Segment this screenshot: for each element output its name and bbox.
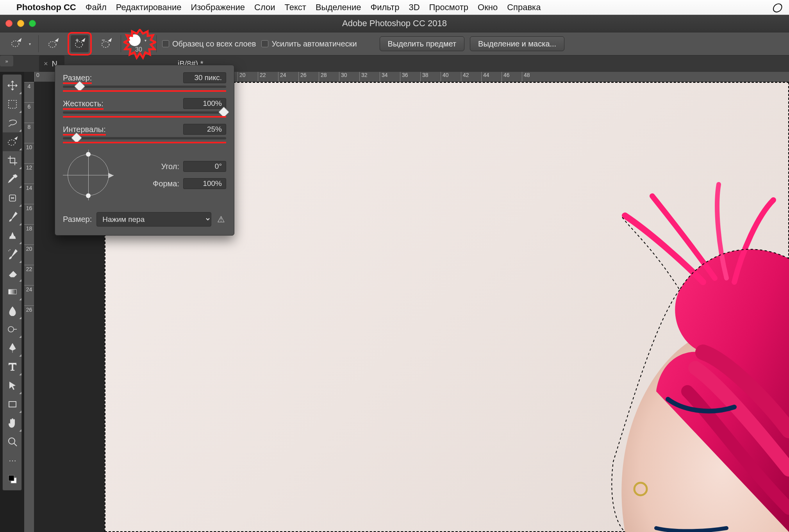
menu-view[interactable]: Просмотр: [429, 2, 468, 12]
expand-panels-button[interactable]: »: [0, 55, 13, 66]
ruler-tick: 24: [278, 72, 298, 82]
menu-select[interactable]: Выделение: [316, 2, 361, 12]
crop-tool[interactable]: [3, 151, 22, 170]
add-to-selection-mode[interactable]: [71, 35, 89, 52]
svg-rect-14: [9, 475, 14, 481]
checkbox-label: Образец со всех слоев: [172, 39, 256, 48]
menu-image[interactable]: Изображение: [191, 2, 245, 12]
gradient-tool[interactable]: [3, 282, 22, 301]
menu-text[interactable]: Текст: [285, 2, 306, 12]
blur-tool[interactable]: [3, 301, 22, 320]
quick-selection-tool[interactable]: [3, 132, 22, 151]
hand-tool[interactable]: [3, 414, 22, 432]
ruler-tick: 4: [24, 82, 34, 102]
size-slider[interactable]: [63, 86, 226, 88]
app-name[interactable]: Photoshop CC: [16, 2, 76, 12]
healing-brush-tool[interactable]: [3, 189, 22, 207]
ruler-tick: 24: [24, 285, 34, 305]
ruler-tick: 20: [24, 245, 34, 265]
warning-icon: ⚠: [216, 214, 226, 225]
close-window-button[interactable]: [5, 20, 12, 27]
ruler-tick: 6: [24, 102, 34, 123]
path-selection-tool[interactable]: [3, 376, 22, 395]
window-title: Adobe Photoshop CC 2018: [0, 18, 789, 29]
menu-3d[interactable]: 3D: [409, 2, 419, 12]
svg-point-7: [8, 140, 15, 145]
toolbar-more[interactable]: ⋯: [3, 451, 22, 470]
svg-point-1: [49, 41, 56, 47]
history-brush-tool[interactable]: [3, 245, 22, 264]
menu-window[interactable]: Окно: [478, 2, 498, 12]
svg-point-0: [12, 41, 19, 47]
pen-tool[interactable]: [3, 339, 22, 357]
size-input[interactable]: 30 пикс.: [183, 72, 226, 83]
lasso-tool[interactable]: [3, 114, 22, 132]
brush-angle-widget[interactable]: ▶: [63, 150, 114, 200]
ruler-vertical[interactable]: 468101214161820222426: [24, 82, 34, 532]
minimize-window-button[interactable]: [17, 20, 24, 27]
eyedropper-tool[interactable]: [3, 170, 22, 189]
spacing-slider[interactable]: [63, 137, 226, 139]
ruler-tick: 44: [481, 72, 502, 82]
checkbox-icon: [261, 40, 268, 47]
spacing-input[interactable]: 25%: [183, 124, 226, 135]
menu-layers[interactable]: Слои: [254, 2, 275, 12]
current-tool-indicator[interactable]: ▾: [7, 35, 33, 52]
shape-label: Форма:: [153, 179, 179, 188]
marquee-tool[interactable]: [3, 95, 22, 114]
angle-input[interactable]: 0°: [183, 161, 226, 172]
ruler-tick: 32: [359, 72, 380, 82]
dodge-tool[interactable]: [3, 320, 22, 339]
ruler-tick: 46: [502, 72, 522, 82]
brush-preset-picker-highlight: ▾ 30: [129, 34, 148, 53]
zoom-window-button[interactable]: [29, 20, 36, 27]
svg-point-12: [9, 438, 15, 444]
ruler-tick: 10: [24, 143, 34, 163]
ruler-tick: 34: [380, 72, 400, 82]
chevron-down-icon[interactable]: ▾: [27, 42, 33, 46]
close-tab-icon[interactable]: ×: [44, 60, 48, 68]
ruler-tick: 26: [298, 72, 319, 82]
hardness-label: Жесткость:: [63, 99, 104, 108]
select-and-mask-button[interactable]: Выделение и маска...: [470, 36, 564, 51]
ruler-tick: 16: [24, 204, 34, 224]
auto-enhance-checkbox[interactable]: Усилить автоматически: [261, 39, 357, 48]
svg-rect-11: [9, 402, 16, 407]
hardness-input[interactable]: 100%: [183, 98, 226, 109]
ruler-tick: 0: [34, 72, 55, 82]
eraser-tool[interactable]: [3, 264, 22, 282]
cc-cloud-icon[interactable]: ◯: [772, 2, 782, 12]
zoom-tool[interactable]: [3, 432, 22, 451]
brush-tool[interactable]: [3, 207, 22, 226]
foreground-background-colors[interactable]: [3, 470, 22, 489]
traffic-lights: [5, 20, 36, 27]
ruler-tick: 38: [420, 72, 441, 82]
sample-all-layers-checkbox[interactable]: Образец со всех слоев: [162, 39, 256, 48]
brush-preview-icon[interactable]: [129, 34, 141, 46]
subtract-from-selection-mode[interactable]: [97, 35, 115, 52]
hardness-slider[interactable]: [63, 111, 226, 114]
type-tool[interactable]: [3, 357, 22, 376]
rectangle-tool[interactable]: [3, 395, 22, 414]
select-subject-button[interactable]: Выделить предмет: [380, 36, 465, 51]
clone-stamp-tool[interactable]: [3, 226, 22, 245]
menu-file[interactable]: Файл: [86, 2, 107, 12]
ruler-tick: 30: [339, 72, 359, 82]
tools-panel: ⋯: [2, 74, 22, 491]
ruler-tick: 12: [24, 163, 34, 184]
svg-rect-9: [9, 289, 16, 294]
dynamics-select[interactable]: Нажим пера: [96, 212, 211, 227]
chevron-down-icon[interactable]: ▾: [142, 38, 148, 43]
menu-edit[interactable]: Редактирование: [116, 2, 182, 12]
ruler-tick: 36: [400, 72, 420, 82]
ruler-tick: 8: [24, 123, 34, 143]
brush-settings-popover: Размер: 30 пикс. Жесткость: 100% Интерва…: [55, 65, 234, 236]
ruler-tick: 28: [319, 72, 339, 82]
new-selection-mode[interactable]: [44, 35, 62, 52]
shape-input[interactable]: 100%: [183, 178, 226, 189]
divider: [38, 35, 39, 52]
ruler-tick: 22: [24, 265, 34, 285]
menu-help[interactable]: Справка: [507, 2, 541, 12]
move-tool[interactable]: [3, 76, 22, 95]
menu-filter[interactable]: Фильтр: [371, 2, 400, 12]
